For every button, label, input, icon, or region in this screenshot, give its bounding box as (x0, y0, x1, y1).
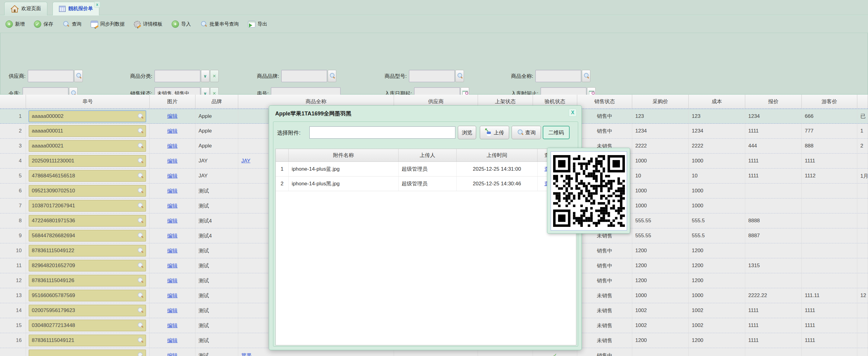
column-header-serial[interactable]: 串号 (26, 95, 150, 108)
attach-file-input[interactable] (309, 126, 455, 139)
search-icon[interactable] (137, 142, 144, 149)
search-icon[interactable] (455, 70, 464, 82)
search-icon[interactable] (582, 70, 590, 82)
serial-input[interactable]: 030480277213448 (29, 320, 146, 331)
tab-welcome[interactable]: 欢迎页面 (4, 2, 47, 15)
edit-link[interactable]: 编辑 (167, 128, 178, 135)
toolbar-button-7[interactable]: 批量串号查询 (200, 21, 239, 28)
toolbar-button-5[interactable]: 详情模板 (134, 21, 162, 28)
serial-input[interactable]: 878361115049126 (29, 275, 146, 286)
serial-input[interactable]: 878361115049122 (29, 245, 146, 256)
column-header-num[interactable] (0, 95, 26, 108)
cell-quote-price: 444 (745, 139, 802, 153)
serial-input[interactable]: 568447826682694 (29, 230, 146, 241)
edit-link[interactable]: 编辑 (167, 113, 178, 120)
search-icon[interactable] (328, 70, 336, 82)
column-header-brand[interactable]: 品牌 (195, 95, 238, 108)
search-icon[interactable] (137, 292, 144, 299)
toolbar-button-6[interactable]: +导入 (172, 21, 191, 28)
attachment-grid: 附件名称上传人上传时间查看1iphone-14-plus蓝.jpg超级管理员20… (276, 149, 576, 345)
column-header-last[interactable] (857, 95, 868, 108)
serial-input[interactable]: 951660605787569 (29, 290, 146, 301)
edit-link[interactable]: 编辑 (167, 337, 178, 344)
text-input[interactable] (28, 70, 73, 82)
serial-input[interactable]: aaaaa000021 (29, 140, 146, 152)
edit-link[interactable]: 编辑 (167, 172, 178, 180)
search-icon[interactable] (137, 188, 144, 194)
toolbar-button-8[interactable]: 导出 (248, 21, 267, 28)
search-icon[interactable] (74, 70, 83, 82)
text-input[interactable] (281, 70, 327, 82)
serial-input[interactable]: 478684546156518 (29, 170, 146, 182)
dialog-close-icon[interactable]: X (569, 109, 577, 117)
edit-link[interactable]: 编辑 (167, 292, 178, 299)
attachment-row[interactable]: 2iphone-14-plus黑.jpg超级管理员2025-12-25 14:3… (276, 176, 576, 191)
serial-input[interactable]: 878361115049121 (29, 335, 146, 346)
edit-link[interactable]: 编辑 (167, 277, 178, 284)
search-icon[interactable] (137, 247, 144, 254)
toolbar-button-1[interactable]: +新增 (5, 21, 25, 28)
chevron-down-icon[interactable]: ∨ (201, 70, 210, 82)
cell-extra (857, 243, 868, 258)
serial-input[interactable]: 103870172067941 (29, 200, 146, 212)
edit-link[interactable]: 编辑 (167, 322, 178, 329)
search-icon[interactable] (137, 217, 144, 224)
search-icon[interactable] (137, 172, 144, 179)
edit-link[interactable]: 编辑 (167, 202, 178, 209)
column-header-guest[interactable]: 游客价 (802, 95, 857, 108)
serial-input[interactable]: 472246801971536 (29, 215, 146, 227)
search-icon[interactable] (137, 322, 144, 329)
clear-icon[interactable]: ✕ (210, 70, 219, 82)
attachment-row[interactable]: 1iphone-14-plus蓝.jpg超级管理员2025-12-25 14:3… (276, 162, 576, 176)
cell-purchase-price: 555.55 (632, 228, 689, 243)
search-icon[interactable] (137, 128, 144, 134)
toolbar-button-3[interactable]: 查询 (62, 21, 82, 28)
search-icon[interactable] (137, 352, 144, 356)
serial-input[interactable]: 020075956179623 (29, 305, 146, 316)
tab-close-icon[interactable]: x (94, 2, 100, 8)
edit-link[interactable]: 编辑 (167, 352, 178, 356)
serial-input[interactable]: 095213090702510 (29, 185, 146, 197)
edit-link[interactable]: 编辑 (167, 247, 178, 254)
search-icon[interactable] (137, 337, 144, 344)
serial-input[interactable] (29, 350, 146, 356)
serial-input[interactable]: aaaaa000002 (29, 110, 146, 122)
edit-link[interactable]: 编辑 (167, 232, 178, 239)
search-icon (200, 21, 207, 28)
serial-input[interactable]: 202509111230001 (29, 155, 146, 167)
serial-input[interactable]: aaaaa000011 (29, 125, 146, 137)
search-icon[interactable] (137, 113, 144, 120)
search-icon[interactable] (137, 277, 144, 284)
column-header-status[interactable]: 销售状态 (577, 95, 632, 108)
edit-link[interactable]: 编辑 (167, 262, 178, 269)
search-icon[interactable] (137, 158, 144, 164)
text-input[interactable] (155, 70, 200, 82)
column-header-pic[interactable]: 图片 (150, 95, 195, 108)
search-icon[interactable] (137, 202, 144, 209)
text-input[interactable] (409, 70, 455, 82)
search-icon[interactable] (137, 307, 144, 314)
query-attachments-button[interactable]: 查询 (512, 126, 541, 139)
edit-link[interactable]: 编辑 (167, 217, 178, 224)
edit-link[interactable]: 编辑 (167, 142, 178, 150)
tab-quote-list[interactable]: 靓机报价单 x (53, 2, 99, 15)
column-header-cost[interactable]: 成本 (689, 95, 745, 108)
toolbar-button-2[interactable]: ✓保存 (34, 21, 53, 28)
column-header-purchase[interactable]: 采购价 (632, 95, 689, 108)
column-header-quote[interactable]: 报价 (745, 95, 802, 108)
edit-link[interactable]: 编辑 (167, 307, 178, 314)
cell-cost: 555.5 (689, 214, 745, 228)
edit-link[interactable]: 编辑 (167, 158, 178, 165)
search-icon[interactable] (137, 232, 144, 239)
edit-link[interactable]: 编辑 (167, 188, 178, 194)
text-input[interactable] (535, 70, 581, 82)
cell-purchase-price (632, 348, 689, 356)
product-name-link[interactable]: JAY (241, 158, 250, 164)
product-name-link[interactable]: 苹果 (241, 352, 252, 356)
serial-input[interactable]: 829648201652709 (29, 260, 146, 271)
toolbar-button-4[interactable]: 同步列数据 (91, 21, 125, 28)
qrcode-button[interactable]: 二维码 (543, 126, 569, 139)
upload-button[interactable]: 上传 (480, 126, 509, 139)
search-icon[interactable] (137, 262, 144, 269)
browse-button[interactable]: 浏览 (458, 126, 476, 139)
